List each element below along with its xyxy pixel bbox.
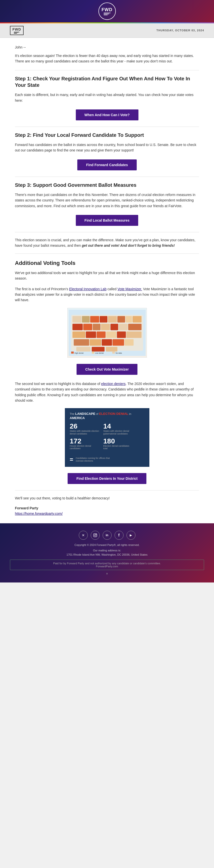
twitter-icon[interactable]: ✕: [79, 531, 88, 540]
closing-text: We'll see you out there, voting to build…: [15, 495, 199, 501]
svg-rect-4: [90, 316, 99, 322]
svg-rect-10: [72, 324, 82, 330]
tool2-text: The second tool we want to highlight is …: [15, 381, 199, 403]
svg-rect-19: [97, 332, 105, 338]
footer-address: Our mailing address is: 1701 Rhode Islan…: [10, 549, 204, 557]
stat-item-1: 26 States with statewide election denial…: [70, 423, 100, 435]
svg-rect-22: [126, 332, 141, 338]
header-banner: FWD: [0, 0, 214, 22]
footer-copyright: Copyright © 2024 Forward Party®, all rig…: [10, 544, 204, 547]
stat-number-4: 180: [103, 438, 133, 445]
tool1-text: The first is a tool out of Princeton's E…: [15, 286, 199, 303]
step3-text: There's more than just candidates on the…: [15, 192, 199, 209]
sub-logo-text: FWD: [12, 27, 21, 31]
stat-label-4: Election denial candidates total: [103, 445, 133, 450]
svg-rect-3: [82, 316, 90, 322]
svg-point-38: [94, 534, 96, 536]
stat-label-3: House election denial candidates: [70, 445, 100, 450]
footer-disclaimer2: ForwardParty.com: [96, 565, 118, 568]
additional-tools-intro: We've got two additional tools we want t…: [15, 270, 199, 281]
date-text: THURSDAY, OCTOBER 03, 2024: [156, 29, 204, 32]
signature: Forward Party: [15, 506, 199, 510]
divider-3: [15, 177, 199, 177]
logo-line-2: [104, 14, 109, 14]
svg-rect-26: [112, 339, 124, 346]
stat-number-1: 26: [70, 423, 100, 430]
svg-rect-9: [133, 316, 141, 322]
step2-heading: Step 2: Find Your Local Forward Candidat…: [15, 132, 199, 138]
closing-para: This election season is crucial, and you…: [15, 237, 199, 248]
find-ballot-measures-button[interactable]: Find Local Ballot Measures: [76, 215, 138, 226]
equal-sign: =: [70, 456, 73, 463]
divider-5: [15, 253, 199, 254]
sub-logo-lines: [14, 32, 20, 34]
card-title: The LANDSCAPE of ELECTION DENIAL in AMER…: [70, 412, 144, 420]
sub-logo-box: FWD: [10, 26, 24, 35]
svg-rect-21: [117, 332, 126, 338]
svg-rect-27: [124, 339, 134, 346]
vote-info-button[interactable]: When And How Can I Vote?: [76, 110, 138, 120]
footer-address-label: Our mailing address is:: [93, 549, 121, 552]
find-candidates-button[interactable]: Find Forward Candidates: [77, 159, 137, 170]
social-icons: ✕ in f ▶: [10, 531, 204, 540]
step3-heading: Step 3: Support Good Government Ballot M…: [15, 182, 199, 188]
svg-rect-15: [118, 324, 128, 330]
svg-rect-8: [126, 316, 132, 322]
svg-rect-23: [74, 339, 89, 346]
footer: ✕ in f ▶ Copyright © 2024 Forward Party®…: [0, 523, 214, 583]
svg-rect-6: [108, 316, 117, 322]
svg-rect-11: [83, 324, 92, 330]
footer-disclaimer: Paid for by Forward Party and not author…: [10, 560, 204, 570]
step1-text: Each state is different, but in many, ea…: [15, 92, 199, 103]
linkedin-icon[interactable]: in: [103, 531, 112, 540]
svg-text:Low denial: Low denial: [95, 352, 104, 354]
card-title-landscape: LANDSCAPE: [75, 412, 96, 415]
logo-decoration: [104, 13, 111, 15]
closing-para-italic: get out there and vote! And don't forget…: [82, 244, 175, 247]
svg-text:High denial: High denial: [74, 352, 83, 354]
stat-number-2: 14: [103, 423, 133, 430]
electoral-innovation-lab-link[interactable]: Electoral Innovation Lab: [69, 287, 106, 291]
header-logo: FWD: [99, 2, 116, 20]
svg-rect-13: [101, 324, 110, 330]
instagram-icon[interactable]: [91, 531, 100, 540]
check-vote-maximizer-button[interactable]: Check Out Vote Maximizer: [77, 364, 137, 375]
card-footer-text: Candidates running for offices that over…: [76, 457, 115, 463]
election-deniers-link[interactable]: election deniers: [101, 382, 126, 386]
election-denial-card-container: The LANDSCAPE of ELECTION DENIAL in AMER…: [15, 408, 199, 467]
signature-link-container: https://home.forwardparty.com/: [15, 512, 199, 516]
additional-tools-heading: Additional Voting Tools: [15, 260, 199, 267]
divider-6: [15, 490, 199, 491]
signature-url[interactable]: https://home.forwardparty.com/: [15, 512, 63, 516]
svg-rect-30: [106, 347, 117, 352]
svg-rect-20: [106, 332, 116, 338]
svg-rect-35: [112, 351, 115, 353]
svg-rect-28: [76, 347, 91, 352]
sub-logo-line-1: [14, 32, 20, 32]
sub-header: FWD THURSDAY, OCTOBER 03, 2024: [0, 23, 214, 38]
map-background: High denial Low denial No data: [68, 308, 147, 358]
svg-rect-14: [110, 324, 118, 330]
stat-item-3: 172 House election denial candidates: [70, 438, 100, 450]
find-election-deniers-button[interactable]: Find Election Deniers In Your District: [68, 473, 146, 484]
sub-logo-line-2: [14, 33, 18, 33]
card-title-america: AMERICA: [70, 416, 85, 420]
card-stats-2: 172 House election denial candidates 180…: [70, 438, 144, 463]
stat-item-2: 14 States with election denial gubernato…: [103, 423, 133, 435]
card-footer-row: = Candidates running for offices that ov…: [70, 456, 115, 463]
step2-text: Forward has candidates on the ballot in …: [15, 142, 199, 153]
facebook-icon[interactable]: f: [115, 531, 123, 540]
svg-rect-16: [128, 324, 141, 330]
logo-line-3: [104, 15, 108, 15]
svg-rect-2: [72, 316, 81, 322]
youtube-icon[interactable]: ▶: [127, 531, 136, 540]
footer-page-num: ≡: [10, 572, 204, 575]
svg-text:No data: No data: [115, 352, 122, 354]
main-content: John -- It's election season again! The …: [0, 38, 214, 523]
election-denial-card: The LANDSCAPE of ELECTION DENIAL in AMER…: [65, 408, 149, 467]
vote-maximizer-link[interactable]: Vote Maximizer.: [117, 287, 142, 291]
card-title-in: in: [129, 412, 132, 415]
greeting: John --: [15, 45, 199, 49]
election-deniers-btn-container: Find Election Deniers In Your District: [15, 473, 199, 484]
logo-text: FWD: [102, 7, 113, 12]
